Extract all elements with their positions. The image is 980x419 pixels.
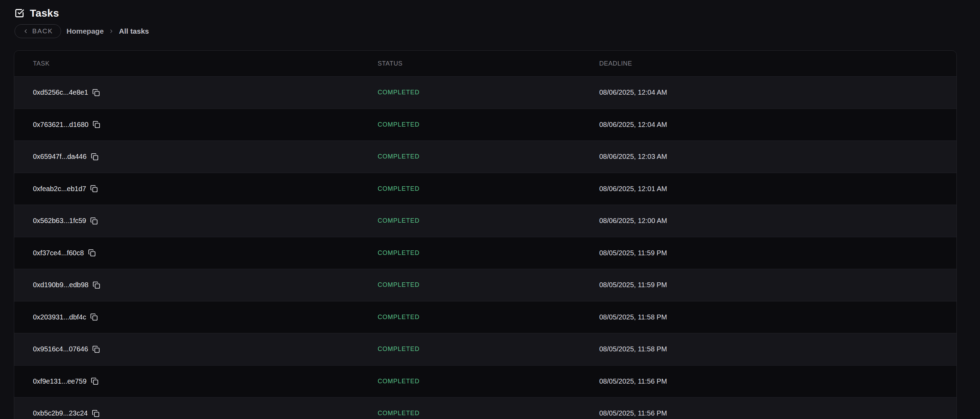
page-title: Tasks	[30, 7, 59, 19]
table-body: 0xd5256c...4e8e1 COMPLETED 08/06/2025, 1…	[14, 76, 956, 419]
table-row[interactable]: 0xfeab2c...eb1d7 COMPLETED 08/06/2025, 1…	[14, 173, 956, 205]
task-id: 0xd5256c...4e8e1	[33, 88, 88, 96]
task-id: 0xd190b9...edb98	[33, 281, 88, 289]
task-id: 0x9516c4...07646	[33, 345, 88, 353]
status-badge: COMPLETED	[378, 281, 599, 288]
square-check-icon	[14, 8, 24, 18]
copy-icon[interactable]	[90, 217, 98, 225]
deadline-text: 08/06/2025, 12:04 AM	[599, 88, 956, 96]
status-badge: COMPLETED	[378, 185, 599, 193]
status-badge: COMPLETED	[378, 217, 599, 225]
table-row[interactable]: 0xb5c2b9...23c24 COMPLETED 08/05/2025, 1…	[14, 397, 956, 419]
task-id: 0xfeab2c...eb1d7	[33, 185, 86, 193]
table-row[interactable]: 0x763621...d1680 COMPLETED 08/06/2025, 1…	[14, 108, 956, 141]
task-id: 0x763621...d1680	[33, 121, 88, 129]
copy-icon[interactable]	[92, 346, 100, 353]
nav-row: BACK Homepage All tasks	[14, 24, 980, 38]
deadline-text: 08/05/2025, 11:59 PM	[599, 249, 956, 257]
status-badge: COMPLETED	[378, 121, 599, 128]
task-id: 0x65947f...da446	[33, 153, 87, 161]
task-cell: 0xf37ce4...f60c8	[14, 249, 378, 257]
deadline-text: 08/05/2025, 11:58 PM	[599, 313, 956, 321]
deadline-text: 08/06/2025, 12:03 AM	[599, 153, 956, 161]
copy-icon[interactable]	[90, 185, 98, 193]
status-badge: COMPLETED	[378, 378, 599, 385]
status-badge: COMPLETED	[378, 409, 599, 417]
table-row[interactable]: 0xf9e131...ee759 COMPLETED 08/05/2025, 1…	[14, 365, 956, 397]
task-cell: 0x9516c4...07646	[14, 345, 378, 353]
copy-icon[interactable]	[92, 89, 100, 96]
task-cell: 0x562b63...1fc59	[14, 217, 378, 225]
task-cell: 0x203931...dbf4c	[14, 313, 378, 321]
status-badge: COMPLETED	[378, 346, 599, 353]
table-row[interactable]: 0x562b63...1fc59 COMPLETED 08/06/2025, 1…	[14, 205, 956, 237]
task-cell: 0xb5c2b9...23c24	[14, 409, 378, 417]
deadline-text: 08/05/2025, 11:56 PM	[599, 378, 956, 386]
task-id: 0xf37ce4...f60c8	[33, 249, 84, 257]
deadline-text: 08/05/2025, 11:58 PM	[599, 345, 956, 353]
chevron-right-icon	[108, 29, 114, 34]
task-cell: 0x763621...d1680	[14, 121, 378, 129]
column-header-task: TASK	[14, 60, 378, 67]
column-header-deadline: DEADLINE	[599, 60, 956, 67]
chevron-left-icon	[22, 28, 29, 34]
tasks-table: TASK STATUS DEADLINE 0xd5256c...4e8e1 CO…	[14, 50, 957, 419]
copy-icon[interactable]	[90, 313, 98, 321]
task-cell: 0xd190b9...edb98	[14, 281, 378, 289]
task-id: 0xf9e131...ee759	[33, 378, 87, 386]
copy-icon[interactable]	[91, 153, 99, 161]
back-button-label: BACK	[32, 27, 53, 35]
task-id: 0xb5c2b9...23c24	[33, 409, 88, 417]
table-row[interactable]: 0xd5256c...4e8e1 COMPLETED 08/06/2025, 1…	[14, 76, 956, 108]
deadline-text: 08/05/2025, 11:56 PM	[599, 409, 956, 417]
copy-icon[interactable]	[88, 249, 96, 256]
task-cell: 0xd5256c...4e8e1	[14, 88, 378, 96]
status-badge: COMPLETED	[378, 249, 599, 256]
task-cell: 0x65947f...da446	[14, 153, 378, 161]
table-row[interactable]: 0x203931...dbf4c COMPLETED 08/05/2025, 1…	[14, 301, 956, 333]
table-row[interactable]: 0x65947f...da446 COMPLETED 08/06/2025, 1…	[14, 140, 956, 173]
page-header: Tasks BACK Homepage All tasks	[0, 0, 980, 38]
copy-icon[interactable]	[92, 409, 100, 417]
copy-icon[interactable]	[92, 121, 100, 128]
title-row: Tasks	[14, 6, 980, 21]
copy-icon[interactable]	[92, 281, 100, 289]
column-header-status: STATUS	[378, 60, 599, 67]
task-id: 0x203931...dbf4c	[33, 313, 86, 321]
deadline-text: 08/06/2025, 12:01 AM	[599, 185, 956, 193]
status-badge: COMPLETED	[378, 153, 599, 160]
table-row[interactable]: 0x9516c4...07646 COMPLETED 08/05/2025, 1…	[14, 333, 956, 365]
copy-icon[interactable]	[91, 378, 99, 385]
breadcrumb-item-homepage[interactable]: Homepage	[67, 27, 104, 35]
breadcrumb: Homepage All tasks	[67, 27, 149, 35]
table-row[interactable]: 0xf37ce4...f60c8 COMPLETED 08/05/2025, 1…	[14, 237, 956, 269]
task-cell: 0xf9e131...ee759	[14, 378, 378, 386]
table-header-row: TASK STATUS DEADLINE	[14, 51, 956, 76]
breadcrumb-item-all-tasks[interactable]: All tasks	[119, 27, 149, 35]
status-badge: COMPLETED	[378, 89, 599, 96]
table-row[interactable]: 0xd190b9...edb98 COMPLETED 08/05/2025, 1…	[14, 269, 956, 301]
status-badge: COMPLETED	[378, 314, 599, 321]
deadline-text: 08/06/2025, 12:04 AM	[599, 121, 956, 129]
task-cell: 0xfeab2c...eb1d7	[14, 185, 378, 193]
back-button[interactable]: BACK	[14, 24, 61, 38]
deadline-text: 08/06/2025, 12:00 AM	[599, 217, 956, 225]
deadline-text: 08/05/2025, 11:59 PM	[599, 281, 956, 289]
task-id: 0x562b63...1fc59	[33, 217, 86, 225]
